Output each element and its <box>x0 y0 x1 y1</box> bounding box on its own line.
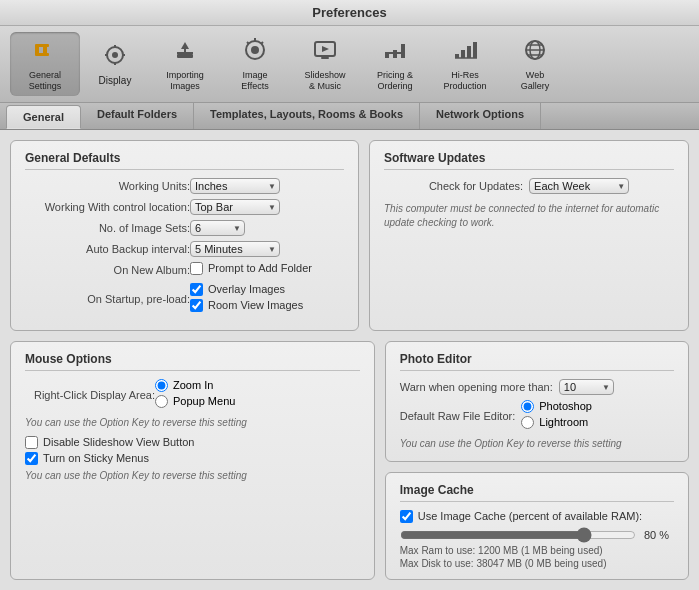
svg-marker-12 <box>181 42 189 49</box>
photo-editor-panel: Photo Editor Warn when opening more than… <box>385 341 689 462</box>
general-defaults-panel: General Defaults Working Units: Inches W… <box>10 140 359 331</box>
photo-editor-title: Photo Editor <box>400 352 674 371</box>
warn-value-select[interactable]: 10 <box>559 379 614 395</box>
mouse-options-note1: You can use the Option Key to reverse th… <box>25 416 360 430</box>
disable-slideshow-checkbox[interactable] <box>25 436 38 449</box>
general-defaults-title: General Defaults <box>25 151 344 170</box>
lightroom-radio[interactable] <box>521 416 534 429</box>
software-updates-note: This computer must be connected to the i… <box>384 202 674 230</box>
importing-icon <box>171 36 199 68</box>
startup-checkboxes: Overlay Images Room View Images <box>190 283 303 315</box>
bottom-panels-row: Mouse Options Right-Click Display Area: … <box>10 341 689 580</box>
toolbar-label-general-settings: GeneralSettings <box>29 70 62 92</box>
toolbar-item-pricing[interactable]: Pricing &Ordering <box>360 32 430 96</box>
lightroom-radio-row: Lightroom <box>521 416 592 429</box>
use-cache-checkbox[interactable] <box>400 510 413 523</box>
toolbar-label-pricing: Pricing &Ordering <box>377 70 413 92</box>
toolbar-item-slideshow[interactable]: Slideshow& Music <box>290 32 360 96</box>
popup-menu-radio[interactable] <box>155 395 168 408</box>
svg-rect-28 <box>467 46 471 58</box>
toolbar-item-web-gallery[interactable]: WebGallery <box>500 32 570 96</box>
check-updates-select[interactable]: Each Week <box>529 178 629 194</box>
image-sets-row: No. of Image Sets: 6 <box>25 220 344 236</box>
working-units-row: Working Units: Inches <box>25 178 344 194</box>
raw-editor-label: Default Raw File Editor: <box>400 410 516 422</box>
photoshop-label: Photoshop <box>539 400 592 412</box>
working-units-label: Working Units: <box>25 180 190 192</box>
mouse-options-panel: Mouse Options Right-Click Display Area: … <box>10 341 375 580</box>
zoom-in-label: Zoom In <box>173 379 213 391</box>
toolbar-item-general-settings[interactable]: GeneralSettings <box>10 32 80 96</box>
web-gallery-icon <box>521 36 549 68</box>
warn-value-wrapper[interactable]: 10 <box>559 379 614 395</box>
room-view-label: Room View Images <box>208 299 303 311</box>
raw-editor-radios: Photoshop Lightroom <box>521 400 592 432</box>
image-sets-select-wrapper[interactable]: 6 <box>190 220 245 236</box>
svg-rect-27 <box>461 50 465 58</box>
svg-point-5 <box>112 52 118 58</box>
general-settings-icon <box>31 36 59 68</box>
svg-rect-11 <box>177 54 193 58</box>
use-cache-row: Use Image Cache (percent of available RA… <box>400 510 674 523</box>
toolbar-item-hi-res[interactable]: Hi-ResProduction <box>430 32 500 96</box>
svg-rect-23 <box>385 54 389 58</box>
toolbar-label-importing: ImportingImages <box>166 70 204 92</box>
tab-templates[interactable]: Templates, Layouts, Rooms & Books <box>194 103 420 129</box>
control-location-select-wrapper[interactable]: Top Bar <box>190 199 280 215</box>
zoom-in-radio[interactable] <box>155 379 168 392</box>
top-panels-row: General Defaults Working Units: Inches W… <box>10 140 689 331</box>
image-sets-label: No. of Image Sets: <box>25 222 190 234</box>
on-startup-row: On Startup, pre-load: Overlay Images Roo… <box>25 283 344 315</box>
right-column: Photo Editor Warn when opening more than… <box>385 341 689 580</box>
use-cache-label: Use Image Cache (percent of available RA… <box>418 510 642 522</box>
software-updates-title: Software Updates <box>384 151 674 170</box>
toolbar-label-display: Display <box>99 75 132 86</box>
image-cache-panel: Image Cache Use Image Cache (percent of … <box>385 472 689 580</box>
check-updates-select-wrapper[interactable]: Each Week <box>529 178 629 194</box>
backup-interval-select-wrapper[interactable]: 5 Minutes <box>190 241 280 257</box>
warn-opening-row: Warn when opening more than: 10 <box>400 379 674 395</box>
cache-slider[interactable] <box>400 529 636 541</box>
sticky-menus-label: Turn on Sticky Menus <box>43 452 149 464</box>
toolbar-label-web-gallery: WebGallery <box>521 70 550 92</box>
toolbar-label-slideshow: Slideshow& Music <box>304 70 345 92</box>
backup-interval-row: Auto Backup interval: 5 Minutes <box>25 241 344 257</box>
toolbar-item-importing[interactable]: ImportingImages <box>150 32 220 96</box>
svg-point-15 <box>251 46 259 54</box>
title-bar: Preferences <box>0 0 699 26</box>
overlay-images-checkbox[interactable] <box>190 283 203 296</box>
prompt-folder-checkbox[interactable] <box>190 262 203 275</box>
toolbar-item-display[interactable]: Display <box>80 37 150 90</box>
toolbar-label-image-effects: ImageEffects <box>241 70 268 92</box>
svg-line-17 <box>261 42 263 44</box>
backup-interval-select[interactable]: 5 Minutes <box>190 241 280 257</box>
control-location-row: Working With control location: Top Bar <box>25 199 344 215</box>
toolbar-item-image-effects[interactable]: ImageEffects <box>220 32 290 96</box>
svg-rect-2 <box>37 44 49 47</box>
popup-menu-radio-row: Popup Menu <box>155 395 235 408</box>
overlay-images-label: Overlay Images <box>208 283 285 295</box>
sticky-menus-checkbox[interactable] <box>25 452 38 465</box>
right-click-label: Right-Click Display Area: <box>25 389 155 401</box>
control-location-select[interactable]: Top Bar <box>190 199 280 215</box>
room-view-checkbox[interactable] <box>190 299 203 312</box>
svg-rect-13 <box>184 49 186 53</box>
max-ram-info: Max Ram to use: 1200 MB (1 MB being used… <box>400 545 674 556</box>
tab-general[interactable]: General <box>6 105 81 129</box>
image-sets-select[interactable]: 6 <box>190 220 245 236</box>
working-units-select-wrapper[interactable]: Inches <box>190 178 280 194</box>
disable-slideshow-row: Disable Slideshow View Button <box>25 436 360 449</box>
image-effects-icon <box>241 36 269 68</box>
check-updates-label: Check for Updates: <box>429 180 523 192</box>
zoom-in-radio-row: Zoom In <box>155 379 235 392</box>
check-updates-row: Check for Updates: Each Week <box>384 178 674 194</box>
room-view-row: Room View Images <box>190 299 303 312</box>
svg-rect-3 <box>37 53 49 56</box>
pricing-icon <box>381 36 409 68</box>
warn-label: Warn when opening more than: <box>400 381 553 393</box>
working-units-select[interactable]: Inches <box>190 178 280 194</box>
on-new-album-label: On New Album: <box>25 264 190 276</box>
photoshop-radio[interactable] <box>521 400 534 413</box>
tab-default-folders[interactable]: Default Folders <box>81 103 194 129</box>
tab-network-options[interactable]: Network Options <box>420 103 541 129</box>
